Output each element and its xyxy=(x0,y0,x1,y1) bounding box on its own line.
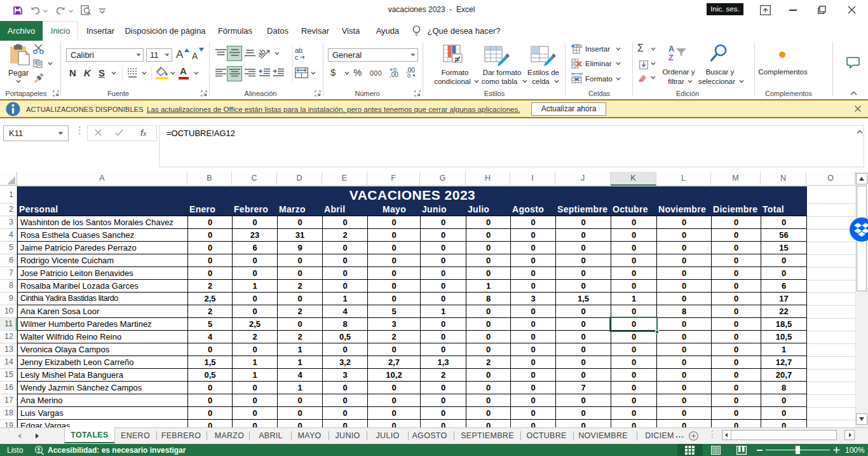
svg-text:ab: ab xyxy=(259,47,268,60)
svg-text:A: A xyxy=(668,45,674,53)
svg-text:c: c xyxy=(295,53,299,60)
svg-text:Z: Z xyxy=(668,53,674,62)
